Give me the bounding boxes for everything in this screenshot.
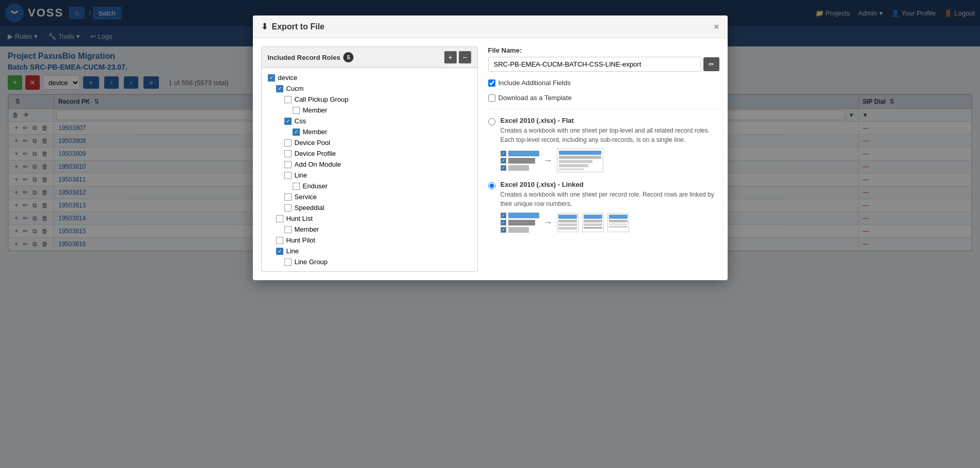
mini-bar-gray-1: [508, 158, 535, 164]
export-modal: ⬇ Export to File × Included Record Roles…: [253, 15, 728, 280]
mini-linked-cb-2: [501, 220, 506, 225]
additional-fields-row: Include Additional Fields: [488, 79, 719, 87]
tree-item-label: Line: [286, 247, 299, 255]
tree-item-label: Member: [295, 225, 319, 233]
tree-header-buttons: + −: [444, 51, 471, 63]
file-name-input[interactable]: [488, 57, 701, 72]
file-name-edit-button[interactable]: ✏: [703, 57, 719, 71]
mini-cb-1: [501, 151, 506, 156]
tree-item[interactable]: Device Pool: [262, 137, 477, 148]
mini-linked-bar-lgray: [508, 227, 529, 233]
format-linked-radio[interactable]: [488, 182, 495, 189]
tree-item[interactable]: Line: [262, 246, 477, 256]
tree-item-checkbox[interactable]: [293, 183, 300, 190]
tree-item-checkbox[interactable]: [276, 85, 283, 92]
mini-linked-bar-gray: [508, 220, 535, 225]
tree-item[interactable]: device: [262, 72, 477, 83]
format-linked-desc: Creates a workbook with one sheet per re…: [501, 190, 719, 208]
tree-item-checkbox[interactable]: [284, 161, 292, 168]
mini-linked-right: [557, 213, 629, 232]
format-flat-content: Excel 2010 (.xlsx) - Flat Creates a work…: [501, 117, 719, 172]
tree-item[interactable]: Call Pickup Group: [262, 94, 477, 105]
divider: [488, 109, 719, 109]
file-name-row: ✏: [488, 57, 719, 72]
tree-item[interactable]: Speeddial: [262, 202, 477, 213]
tree-item-label: device: [278, 74, 298, 82]
mini-linked-cb-3: [501, 227, 506, 233]
format-flat-title: Excel 2010 (.xlsx) - Flat: [501, 117, 719, 124]
tree-minus-button[interactable]: −: [459, 51, 471, 63]
tree-item[interactable]: Line Group: [262, 256, 477, 267]
tree-item[interactable]: Line: [262, 170, 477, 181]
tree-item[interactable]: Css: [262, 116, 477, 126]
tree-item-label: Add On Module: [295, 160, 341, 168]
mini-linked-cb-1: [501, 213, 506, 218]
mini-flat-right: [557, 149, 603, 172]
tree-item-checkbox[interactable]: [276, 248, 283, 255]
tree-item-checkbox[interactable]: [284, 139, 292, 147]
tree-item-label: Hunt Pilot: [286, 236, 315, 244]
download-as-template-checkbox[interactable]: [488, 94, 495, 102]
tree-item-label: Speeddial: [295, 204, 325, 212]
tree-item-checkbox[interactable]: [284, 193, 292, 201]
tree-item-checkbox[interactable]: [284, 204, 292, 212]
format-linked-title: Excel 2010 (.xlsx) - Linked: [501, 181, 719, 188]
tree-item-label: Call Pickup Group: [295, 95, 349, 103]
modal-overlay: ⬇ Export to File × Included Record Roles…: [0, 0, 980, 468]
tree-item-checkbox[interactable]: [284, 259, 292, 266]
tree-item[interactable]: Member: [262, 105, 477, 116]
tree-item[interactable]: Hunt List: [262, 213, 477, 224]
mini-linked-left: [501, 213, 539, 233]
right-panel: File Name: ✏ Include Additional Fields D…: [488, 46, 719, 272]
modal-close-button[interactable]: ×: [714, 22, 719, 31]
tree-item-checkbox[interactable]: [284, 226, 292, 233]
tree-panel: Included Record Roles 5 + − deviceCucmCa…: [261, 46, 478, 272]
flat-arrow-icon: →: [543, 155, 553, 166]
modal-body: Included Record Roles 5 + − deviceCucmCa…: [253, 38, 728, 280]
tree-body: deviceCucmCall Pickup GroupMemberCssMemb…: [262, 68, 477, 271]
download-template-row: Download as a Template: [488, 94, 719, 102]
tree-item[interactable]: Service: [262, 191, 477, 202]
mini-cb-2: [501, 158, 506, 164]
modal-title: ⬇ Export to File: [261, 22, 325, 31]
include-additional-fields-checkbox[interactable]: [488, 79, 495, 87]
format-options: Excel 2010 (.xlsx) - Flat Creates a work…: [488, 117, 719, 233]
tree-item-label: Enduser: [303, 182, 328, 190]
tree-item-checkbox[interactable]: [276, 237, 283, 244]
tree-item-label: Css: [295, 117, 306, 125]
tree-item[interactable]: Add On Module: [262, 159, 477, 170]
mini-cb-3: [501, 165, 506, 171]
tree-item-checkbox[interactable]: [284, 96, 292, 103]
tree-item-checkbox[interactable]: [293, 128, 300, 136]
tree-item-checkbox[interactable]: [284, 150, 292, 157]
tree-item-label: Line: [295, 171, 308, 179]
tree-item-label: Member: [303, 106, 328, 114]
export-icon: ⬇: [261, 22, 268, 31]
tree-item-checkbox[interactable]: [268, 74, 275, 82]
mini-bar-lgray-1: [508, 165, 529, 171]
tree-panel-header: Included Record Roles 5 + −: [262, 47, 477, 68]
mini-flat-left: [501, 151, 539, 171]
tree-item[interactable]: Cucm: [262, 83, 477, 94]
tree-item-label: Service: [295, 193, 317, 201]
linked-arrow-icon: →: [543, 217, 553, 228]
tree-item-checkbox[interactable]: [284, 118, 292, 125]
tree-add-button[interactable]: +: [444, 51, 457, 63]
modal-header: ⬇ Export to File ×: [253, 15, 728, 38]
tree-item-checkbox[interactable]: [276, 215, 283, 222]
tree-item[interactable]: Hunt Pilot: [262, 235, 477, 246]
format-linked-option: Excel 2010 (.xlsx) - Linked Creates a wo…: [488, 181, 719, 233]
file-name-section: File Name: ✏: [488, 46, 719, 72]
tree-item-label: Member: [303, 128, 328, 136]
tree-item-label: Device Profile: [295, 150, 336, 157]
tree-item-checkbox[interactable]: [284, 172, 292, 179]
format-flat-radio[interactable]: [488, 118, 495, 125]
tree-item-checkbox[interactable]: [293, 107, 300, 114]
tree-item[interactable]: Device Profile: [262, 148, 477, 159]
tree-item[interactable]: Enduser: [262, 181, 477, 191]
tree-header-title: Included Record Roles 5: [268, 52, 354, 62]
file-name-label: File Name:: [488, 46, 719, 54]
tree-item-label: Cucm: [286, 85, 304, 92]
tree-item[interactable]: Member: [262, 126, 477, 137]
tree-item[interactable]: Member: [262, 224, 477, 235]
